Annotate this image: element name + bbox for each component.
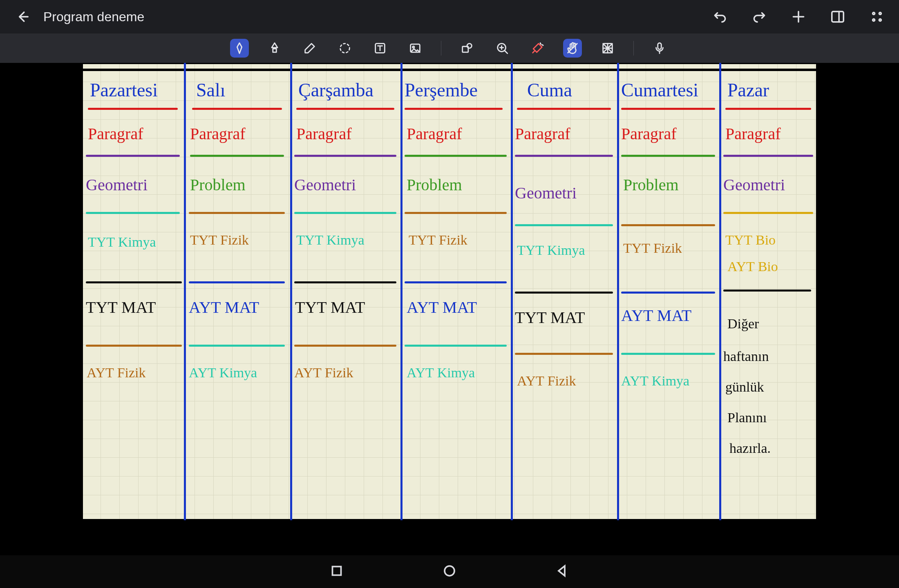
cell-ayt-bio: AYT Bio <box>727 259 778 274</box>
row-underline <box>294 345 396 347</box>
row-underline <box>86 155 180 157</box>
cell-paragraf: Paragraf <box>190 124 245 143</box>
cell-paragraf: Paragraf <box>296 124 351 143</box>
note-line: Diğer <box>727 316 759 332</box>
cell-tyt-sci: TYT Fizik <box>623 241 682 256</box>
laser-tool[interactable] <box>528 39 547 58</box>
cell-geo: Geometri <box>515 183 577 203</box>
cell-ayt-sci: AYT Fizik <box>294 365 353 381</box>
svg-point-3 <box>873 19 875 21</box>
highlighter-tool[interactable] <box>265 39 284 58</box>
row-underline <box>621 155 715 157</box>
svg-point-10 <box>467 44 472 48</box>
header-underline <box>192 108 282 110</box>
note-line: Planını <box>727 410 767 425</box>
column-divider <box>400 63 403 520</box>
row-underline <box>515 353 613 355</box>
column-divider <box>290 63 292 520</box>
nav-recent-button[interactable] <box>329 564 344 580</box>
header-underline <box>88 108 178 110</box>
header-underline <box>296 108 394 110</box>
toolbar-separator-2 <box>633 41 634 56</box>
cell-geo: Problem <box>190 175 246 194</box>
row-underline <box>621 353 715 355</box>
mic-tool[interactable] <box>650 39 669 58</box>
row-underline <box>294 212 396 214</box>
canvas-area[interactable]: Pazartesi Salı Çarşamba Perşembe Cuma Cu… <box>0 63 899 555</box>
cell-ayt-sci: AYT Fizik <box>87 365 146 381</box>
cell-paragraf: Paragraf <box>407 124 462 143</box>
cell-mat: AYT MAT <box>189 298 259 317</box>
undo-button[interactable] <box>710 7 730 27</box>
eraser-tool[interactable] <box>300 39 319 58</box>
row-underline <box>621 292 715 294</box>
layout-button[interactable] <box>828 7 848 27</box>
day-header: Pazartesi <box>90 79 158 101</box>
paper-top-rule <box>82 69 817 71</box>
image-tool[interactable] <box>406 39 425 58</box>
shape-tool[interactable] <box>458 39 476 58</box>
note-line: günlük <box>725 379 764 395</box>
cell-geo: Geometri <box>723 175 785 194</box>
cell-ayt-sci: AYT Kimya <box>621 373 689 389</box>
cell-paragraf: Paragraf <box>515 124 570 143</box>
cell-mat: AYT MAT <box>621 306 691 325</box>
row-underline <box>190 155 284 157</box>
document-title: Program deneme <box>43 9 144 24</box>
cell-tyt-sci: TYT Fizik <box>409 232 467 248</box>
cell-tyt-sci: TYT Kimya <box>517 243 585 258</box>
cell-paragraf: Paragraf <box>725 124 780 143</box>
day-header: Salı <box>196 79 226 101</box>
day-header: Cuma <box>527 79 572 101</box>
row-underline <box>515 155 613 157</box>
row-underline <box>189 345 285 347</box>
cell-geo: Geometri <box>86 175 148 194</box>
cell-tyt-sci: TYT Fizik <box>190 232 249 248</box>
zoom-tool[interactable] <box>493 39 512 58</box>
nav-back-button[interactable] <box>555 564 570 580</box>
pattern-tool[interactable] <box>598 39 617 58</box>
hand-tool[interactable] <box>563 39 582 58</box>
note-paper[interactable]: Pazartesi Salı Çarşamba Perşembe Cuma Cu… <box>82 63 817 520</box>
cell-tyt-sci: TYT Kimya <box>296 232 365 248</box>
row-underline <box>723 290 811 292</box>
pen-tool[interactable] <box>230 39 249 58</box>
svg-rect-15 <box>333 567 341 575</box>
day-header: Pazar <box>727 79 769 101</box>
cell-ayt-sci: AYT Kimya <box>407 365 475 381</box>
column-divider <box>511 63 513 520</box>
row-underline <box>86 345 182 347</box>
cell-paragraf: Paragraf <box>88 124 143 143</box>
row-underline <box>723 212 813 214</box>
toolbar-separator <box>441 41 441 56</box>
cell-mat: TYT MAT <box>295 298 365 317</box>
row-underline <box>515 292 613 294</box>
add-button[interactable] <box>789 7 808 27</box>
lasso-tool[interactable] <box>335 39 354 58</box>
svg-point-4 <box>879 19 881 21</box>
column-divider <box>719 63 721 520</box>
day-header: Perşembe <box>405 79 478 101</box>
row-underline <box>189 281 285 283</box>
cell-tyt-sci: TYT Bio <box>725 232 776 248</box>
cell-geo: Geometri <box>294 175 356 194</box>
svg-point-1 <box>873 13 875 15</box>
header-underline <box>621 108 715 110</box>
row-underline <box>621 224 715 226</box>
row-underline <box>723 155 813 157</box>
toolbar <box>0 33 899 63</box>
day-header: Cumartesi <box>621 79 698 101</box>
redo-button[interactable] <box>749 7 769 27</box>
cell-geo: Problem <box>623 175 679 194</box>
header-underline <box>517 108 611 110</box>
row-underline <box>405 281 507 283</box>
more-button[interactable] <box>867 7 887 27</box>
cell-paragraf: Paragraf <box>621 124 676 143</box>
header-underline <box>725 108 811 110</box>
cell-ayt-sci: AYT Kimya <box>189 365 257 381</box>
back-button[interactable] <box>12 7 32 27</box>
day-header: Çarşamba <box>298 79 373 101</box>
text-tool[interactable] <box>371 39 389 58</box>
nav-home-button[interactable] <box>442 564 457 580</box>
header-underline <box>405 108 503 110</box>
